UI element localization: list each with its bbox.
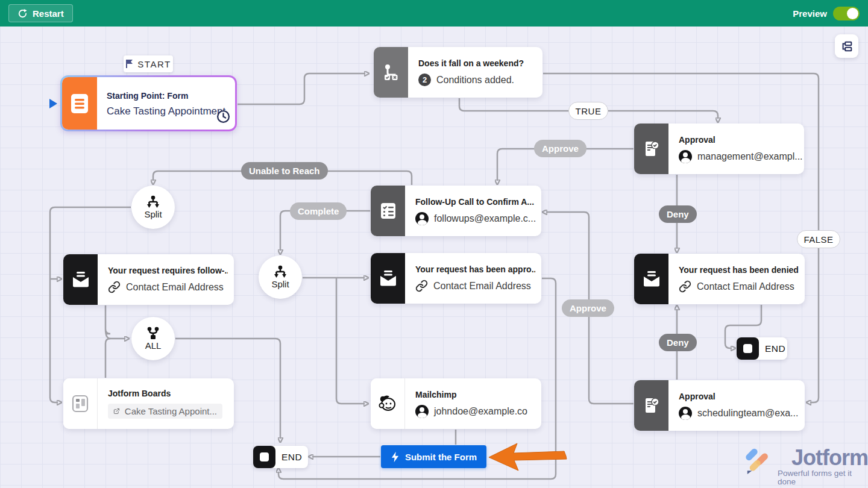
flag-icon xyxy=(125,59,134,69)
end-label: END xyxy=(275,452,308,463)
node-title: Approval xyxy=(679,135,798,145)
email-icon xyxy=(63,254,98,305)
approval-icon xyxy=(634,380,668,431)
branch-label-false: FALSE xyxy=(797,230,840,248)
gate-label: Split xyxy=(144,209,162,219)
gate-split-2[interactable]: Split xyxy=(259,255,302,299)
recipient-field: Contact Email Address xyxy=(697,281,794,292)
lightning-icon xyxy=(391,451,400,463)
end-icon xyxy=(253,446,275,468)
boards-icon xyxy=(63,378,98,429)
node-title: Does it fall on a weekend? xyxy=(418,58,536,68)
email-icon xyxy=(371,253,405,304)
branch-label-deny-bottom: Deny xyxy=(659,334,697,351)
gate-label: Split xyxy=(271,279,289,289)
gate-merge-all[interactable]: ALL xyxy=(131,317,175,360)
node-title: Mailchimp xyxy=(415,390,535,399)
restart-icon xyxy=(17,8,28,19)
merge-all-icon xyxy=(146,327,160,340)
submit-label: Submit the Form xyxy=(405,452,477,462)
branch-label-approve-bottom: Approve xyxy=(562,299,614,317)
recipient-field: Contact Email Address xyxy=(433,281,531,292)
approval-icon xyxy=(634,124,668,174)
node-title: Starting Point: Form xyxy=(107,91,229,101)
submit-form-button[interactable]: Submit the Form xyxy=(381,445,486,468)
avatar-icon xyxy=(679,407,692,420)
flow-tree-icon xyxy=(840,40,854,53)
toggle-knob xyxy=(847,8,858,19)
node-mailchimp[interactable]: Mailchimp johndoe@example.co xyxy=(371,378,541,429)
jotform-logo-text: Jotform xyxy=(791,447,868,469)
preview-label: Preview xyxy=(793,8,827,19)
jotform-tagline: Powerful forms get it done xyxy=(778,469,868,486)
node-title: Follow-Up Call to Confirm A... xyxy=(415,197,535,207)
node-starting-point[interactable]: Starting Point: Form Cake Tasting Appoin… xyxy=(60,75,237,131)
node-email-requires-followup[interactable]: Your request requires follow-... Contact… xyxy=(63,254,234,305)
conditions-added-text: Conditions added. xyxy=(436,75,514,86)
external-link-icon xyxy=(113,406,120,416)
node-title: Your request has been appro... xyxy=(415,264,535,274)
avatar-icon xyxy=(415,405,429,418)
recipient-field: Contact Email Address xyxy=(126,282,224,293)
link-icon xyxy=(415,280,428,292)
link-icon xyxy=(679,280,691,293)
approver-email: management@exampl... xyxy=(697,151,803,162)
run-cursor-icon xyxy=(49,99,57,108)
board-name: Cake Tasting Appoint... xyxy=(125,406,217,416)
node-title: Approval xyxy=(679,392,799,401)
jotform-logo-mark xyxy=(745,447,773,475)
top-bar: Restart Preview xyxy=(0,0,868,27)
workflow-canvas[interactable]: START Starting Point: Form Cake Tasting … xyxy=(0,0,868,488)
node-end-bottom[interactable]: END xyxy=(253,446,308,468)
link-icon xyxy=(108,281,121,293)
node-followup-call[interactable]: Follow-Up Call to Confirm A... followups… xyxy=(371,186,541,236)
branch-label-approve-top: Approve xyxy=(534,140,587,157)
restart-button[interactable]: Restart xyxy=(8,4,73,22)
branch-label-complete: Complete xyxy=(290,202,347,220)
avatar-icon xyxy=(679,150,692,163)
preview-toggle[interactable] xyxy=(833,7,860,20)
start-flag-label: START xyxy=(124,55,173,72)
branch-label-deny-top: Deny xyxy=(659,205,697,223)
conditions-count-badge: 2 xyxy=(418,74,431,86)
split-icon xyxy=(273,265,288,278)
restart-label: Restart xyxy=(33,8,64,19)
node-approval-management[interactable]: Approval management@exampl... xyxy=(634,124,804,174)
split-icon xyxy=(146,195,160,208)
end-icon xyxy=(737,337,759,360)
jotform-logo: Jotform Powerful forms get it done xyxy=(745,447,868,486)
form-icon xyxy=(62,77,97,130)
gate-split-1[interactable]: Split xyxy=(131,186,175,229)
email-icon xyxy=(634,254,668,304)
condition-branch-icon xyxy=(374,47,408,98)
node-approval-scheduling[interactable]: Approval schedulingteam@exa... xyxy=(634,380,805,431)
node-title: Your request has been denied xyxy=(679,265,799,275)
mailchimp-icon xyxy=(371,378,405,429)
account-email: johndoe@example.co xyxy=(434,406,527,417)
approver-email: schedulingteam@exa... xyxy=(697,408,798,419)
node-email-denied[interactable]: Your request has been denied Contact Ema… xyxy=(634,254,805,304)
avatar-icon xyxy=(415,212,429,225)
node-title: Jotform Boards xyxy=(108,389,228,398)
start-label-text: START xyxy=(137,59,171,69)
node-form-name: Cake Tasting Appointment xyxy=(107,105,229,117)
branch-label-unable-to-reach: Unable to Reach xyxy=(241,162,328,180)
node-condition-weekend[interactable]: Does it fall on a weekend? 2 Conditions … xyxy=(374,47,542,98)
node-title: Your request requires follow-... xyxy=(108,266,228,275)
branch-label-true: TRUE xyxy=(568,102,608,120)
board-link-chip[interactable]: Cake Tasting Appoint... xyxy=(108,404,222,419)
assignee-email: followups@example.c... xyxy=(434,213,536,224)
task-list-icon xyxy=(371,186,405,236)
node-jotform-boards[interactable]: Jotform Boards Cake Tasting Appoint... xyxy=(63,378,234,429)
gate-label: ALL xyxy=(145,340,162,351)
clock-icon xyxy=(216,109,231,127)
node-email-approved[interactable]: Your request has been appro... Contact E… xyxy=(371,253,541,304)
node-end-right[interactable]: END xyxy=(737,337,787,360)
end-label: END xyxy=(759,343,791,354)
flow-layout-button[interactable] xyxy=(835,34,858,58)
